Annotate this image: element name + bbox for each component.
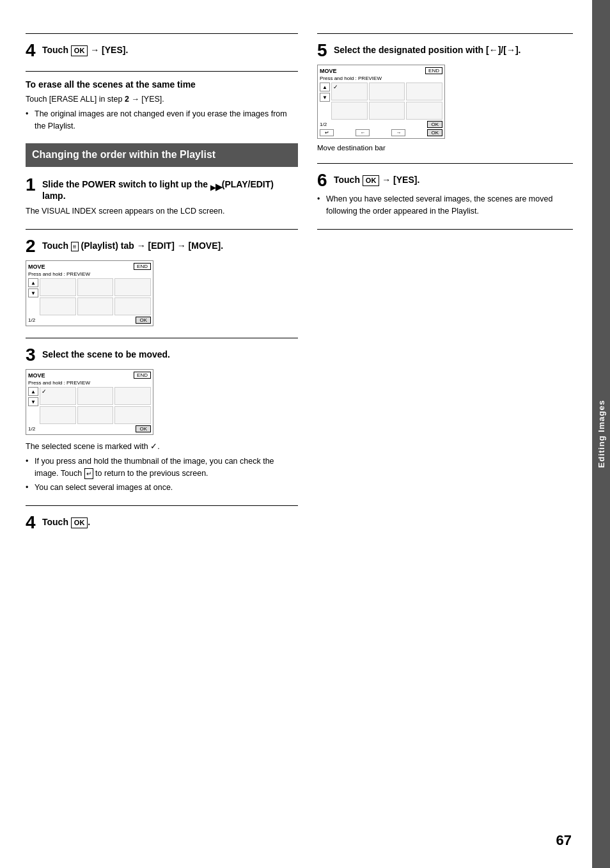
step6-number: 6 xyxy=(317,171,331,189)
step3-screen: MOVE END Press and hold : PREVIEW ▲ ▼ xyxy=(26,369,153,435)
step2-screen-move: MOVE xyxy=(28,264,45,270)
step2-cell-3 xyxy=(114,278,151,296)
right-column: 5 Select the designated position with [←… xyxy=(317,26,573,842)
ok-box-step4: OK xyxy=(71,45,88,56)
step5-cell-1 xyxy=(331,83,368,100)
step4-bottom-block: 4 Touch OK. xyxy=(26,514,298,532)
page-number: 67 xyxy=(556,832,572,849)
step3-nav-up: ▲ xyxy=(28,387,38,396)
step3-nav-down: ▼ xyxy=(28,397,38,406)
divider-step3 xyxy=(26,505,298,506)
left-column: 4 Touch OK → [YES]. To erase all the sce… xyxy=(26,26,298,842)
divider-step6 xyxy=(317,229,573,230)
section-title: Changing the order within the Playlist xyxy=(32,148,292,162)
step2-number: 2 xyxy=(26,237,40,255)
step3-block: 3 Select the scene to be moved. MOVE END… xyxy=(26,346,298,494)
section-header-box: Changing the order within the Playlist xyxy=(26,143,298,167)
step4-bottom-title: Touch OK. xyxy=(42,514,90,528)
step3-cell-5 xyxy=(77,406,114,424)
step5-screen-move: MOVE xyxy=(320,68,337,74)
step2-cell-1 xyxy=(40,278,76,296)
step3-cell-4 xyxy=(40,406,76,424)
step5-cell-5 xyxy=(369,102,405,120)
right-top-divider xyxy=(317,33,573,34)
step2-nav-col: ▲ ▼ xyxy=(28,278,38,315)
step3-cell-2 xyxy=(77,387,114,405)
step2-cell-6 xyxy=(114,297,151,315)
step5-dest-right: → xyxy=(391,129,405,136)
step5-ok: OK xyxy=(427,121,442,128)
checkmark-icon: ✓ xyxy=(150,441,157,451)
step2-title: Touch ≡ (Playlist) tab → [EDIT] → [MOVE]… xyxy=(42,237,223,251)
step4-top-title: Touch OK → [YES]. xyxy=(42,42,128,56)
step2-block: 2 Touch ≡ (Playlist) tab → [EDIT] → [MOV… xyxy=(26,237,298,326)
step5-cell-6 xyxy=(406,102,442,120)
step5-dest-ok: OK xyxy=(427,129,442,136)
step2-cell-5 xyxy=(77,297,114,315)
step3-bullet1: If you press and hold the thumbnail of t… xyxy=(26,455,298,480)
step3-nav-col: ▲ ▼ xyxy=(28,387,38,424)
step5-nav-down: ▼ xyxy=(320,93,330,102)
step4-bottom-number: 4 xyxy=(26,514,40,532)
step6-title: Touch OK → [YES]. xyxy=(334,171,419,186)
side-tab-label: Editing Images xyxy=(597,400,606,468)
step3-body1: The selected scene is marked with ✓. xyxy=(26,440,298,453)
step2-screen-end: END xyxy=(134,263,151,270)
dest-bar-label: Move destination bar xyxy=(317,144,573,152)
step5-screen: MOVE END Press and hold : PREVIEW ▲ ▼ xyxy=(317,65,445,139)
step1-title: Slide the POWER switch to light up the ▶… xyxy=(42,176,298,201)
step1-block: 1 Slide the POWER switch to light up the… xyxy=(26,176,298,217)
erase-heading: To erase all the scenes at the same time xyxy=(26,79,298,90)
step6-bullet: When you have selected several images, t… xyxy=(317,193,573,217)
step3-title: Select the scene to be moved. xyxy=(42,346,170,360)
step5-page: 1/2 xyxy=(320,122,327,127)
step2-page: 1/2 xyxy=(28,317,35,323)
step2-cell-4 xyxy=(40,297,76,315)
step4-top-block: 4 Touch OK → [YES]. xyxy=(26,42,298,59)
return-icon: ↵ xyxy=(84,468,93,479)
step5-screen-end: END xyxy=(425,67,442,74)
side-tab: Editing Images xyxy=(592,0,610,868)
top-divider xyxy=(26,33,298,34)
play-icon: ▶ xyxy=(210,181,219,189)
step6-block: 6 Touch OK → [YES]. When you have select… xyxy=(317,171,573,217)
step5-cell-3 xyxy=(406,83,442,100)
step5-dest-row: ↵ ← → OK xyxy=(320,129,442,136)
step5-nav-up: ▲ xyxy=(320,83,330,91)
step4-top-number: 4 xyxy=(26,42,40,59)
step3-screen-move: MOVE xyxy=(28,372,45,379)
step3-screen-end: END xyxy=(134,372,151,379)
step3-number: 3 xyxy=(26,346,40,364)
divider-step2 xyxy=(26,338,298,338)
erase-body: Touch [ERASE ALL] in step 2 → [YES]. xyxy=(26,93,298,106)
step2-screen: MOVE END Press and hold : PREVIEW ▲ ▼ xyxy=(26,260,153,326)
step2-nav-up: ▲ xyxy=(28,278,38,287)
step2-preview-row: Press and hold : PREVIEW xyxy=(28,271,151,277)
step2-ok: OK xyxy=(136,317,151,324)
step1-number: 1 xyxy=(26,176,40,194)
ok-box-step4b: OK xyxy=(71,517,88,528)
step3-ok: OK xyxy=(136,425,151,432)
playlist-icon: ≡ xyxy=(71,242,79,251)
step5-dest-left: ← xyxy=(356,129,370,136)
step3-cell-3 xyxy=(114,387,151,405)
step5-preview-row: Press and hold : PREVIEW xyxy=(320,75,442,81)
step5-cell-2 xyxy=(369,83,405,100)
step5-cell-4 xyxy=(331,102,368,120)
erase-bullet: The original images are not changed even… xyxy=(26,108,298,132)
divider-after-step4-top xyxy=(26,71,298,72)
ok-box-step6: OK xyxy=(363,175,380,186)
step2-cell-2 xyxy=(77,278,114,296)
step3-page: 1/2 xyxy=(28,426,35,432)
step5-number: 5 xyxy=(317,42,331,59)
step5-title: Select the designated position with [←]/… xyxy=(334,42,520,56)
erase-subsection: To erase all the scenes at the same time… xyxy=(26,79,298,132)
step1-body: The VISUAL INDEX screen appears on the L… xyxy=(26,205,298,217)
divider-step1 xyxy=(26,229,298,230)
step2-nav-down: ▼ xyxy=(28,288,38,297)
step5-dest-left2: ↵ xyxy=(320,129,334,136)
step5-block: 5 Select the designated position with [←… xyxy=(317,42,573,152)
step3-preview-row: Press and hold : PREVIEW xyxy=(28,380,151,386)
step3-cell-1 xyxy=(40,387,76,405)
step3-cell-6 xyxy=(114,406,151,424)
